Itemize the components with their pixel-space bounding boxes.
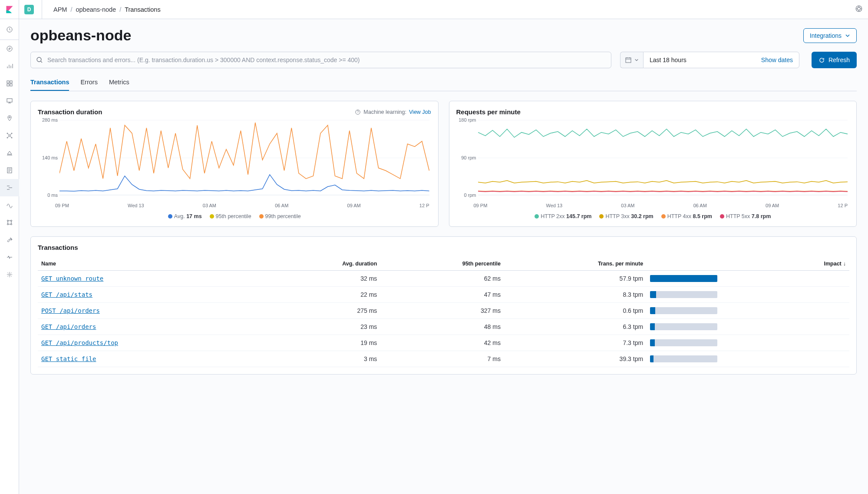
cell-avg: 19 ms	[267, 335, 380, 351]
table-row: GET /api/products/top19 ms42 ms7.3 tpm	[38, 335, 849, 351]
table-row: GET unknown route32 ms62 ms57.9 tpm	[38, 271, 849, 287]
tab-errors[interactable]: Errors	[80, 74, 97, 91]
cell-p95: 327 ms	[380, 303, 504, 319]
panel-title: Requests per minute	[456, 108, 521, 116]
nav-logs-icon[interactable]	[0, 162, 19, 179]
svg-point-18	[9, 274, 10, 275]
date-range[interactable]: Last 18 hours Show dates	[643, 52, 799, 68]
top-bar: D APM / opbeans-node / Transactions	[19, 0, 868, 19]
ml-label: Machine learning: View Job	[355, 109, 431, 115]
space-selector[interactable]: D	[24, 5, 34, 14]
cell-impact	[647, 319, 849, 335]
tab-transactions[interactable]: Transactions	[30, 74, 69, 91]
cell-p95: 48 ms	[380, 319, 504, 335]
cell-avg: 23 ms	[267, 319, 380, 335]
svg-point-11	[7, 137, 8, 138]
cell-tpm: 39.3 tpm	[504, 351, 647, 367]
svg-rect-6	[7, 99, 12, 102]
tabs: Transactions Errors Metrics	[30, 74, 857, 91]
col-impact[interactable]: Impact↓	[647, 257, 849, 271]
chevron-down-icon	[845, 33, 850, 38]
col-p95[interactable]: 95th percentile	[380, 257, 504, 271]
breadcrumb-separator: /	[119, 6, 121, 13]
cell-impact	[647, 351, 849, 367]
breadcrumb-current: Transactions	[125, 6, 160, 13]
table-title: Transactions	[38, 244, 849, 251]
help-icon[interactable]	[855, 5, 863, 14]
transaction-link[interactable]: GET unknown route	[41, 275, 103, 282]
nav-maps-icon[interactable]	[0, 109, 19, 127]
nav-infrastructure-icon[interactable]	[0, 144, 19, 162]
nav-dashboard-icon[interactable]	[0, 75, 19, 92]
nav-recent-icon[interactable]	[0, 19, 19, 40]
breadcrumb-service[interactable]: opbeans-node	[76, 6, 116, 13]
transaction-link[interactable]: GET static file	[41, 355, 96, 362]
nav-siem-icon[interactable]	[0, 214, 19, 231]
cell-p95: 7 ms	[380, 351, 504, 367]
duration-legend: Avg. 17 ms 95th percentile 99th percenti…	[38, 208, 431, 219]
nav-ml-icon[interactable]	[0, 127, 19, 144]
cell-p95: 42 ms	[380, 335, 504, 351]
nav-management-icon[interactable]	[0, 266, 19, 283]
nav-devtools-icon[interactable]	[0, 231, 19, 249]
cell-impact	[647, 287, 849, 303]
panel-requests-per-minute: Requests per minute 0 rpm90 rpm180 rpm 0…	[449, 101, 857, 227]
sort-desc-icon: ↓	[843, 261, 846, 267]
cell-impact	[647, 335, 849, 351]
col-avg-duration[interactable]: Avg. duration	[267, 257, 380, 271]
calendar-button[interactable]	[620, 52, 643, 68]
nav-monitoring-icon[interactable]	[0, 249, 19, 266]
cell-avg: 22 ms	[267, 287, 380, 303]
integrations-button[interactable]: Integrations	[803, 28, 857, 43]
global-side-nav	[0, 0, 19, 494]
cell-tpm: 7.3 tpm	[504, 335, 647, 351]
nav-discover-icon[interactable]	[0, 40, 19, 57]
nav-visualize-icon[interactable]	[0, 57, 19, 75]
refresh-icon	[818, 57, 825, 63]
table-row: GET /api/stats22 ms47 ms8.3 tpm	[38, 287, 849, 303]
transaction-link[interactable]: POST /api/orders	[41, 307, 100, 314]
svg-rect-3	[10, 81, 12, 83]
rpm-legend: HTTP 2xx 145.7 rpm HTTP 3xx 30.2 rpm HTT…	[456, 208, 850, 219]
table-row: GET static file3 ms7 ms39.3 tpm	[38, 351, 849, 367]
help-icon	[355, 109, 361, 115]
refresh-button[interactable]: Refresh	[812, 52, 857, 68]
cell-avg: 3 ms	[267, 351, 380, 367]
rpm-chart: 0 rpm90 rpm180 rpm	[456, 118, 850, 203]
transaction-link[interactable]: GET /api/orders	[41, 323, 96, 330]
cell-avg: 32 ms	[267, 271, 380, 287]
divider	[42, 0, 42, 19]
svg-point-9	[7, 133, 8, 134]
col-name[interactable]: Name	[38, 257, 267, 271]
breadcrumb: APM / opbeans-node / Transactions	[53, 6, 161, 13]
svg-rect-5	[10, 84, 12, 86]
cell-impact	[647, 271, 849, 287]
nav-canvas-icon[interactable]	[0, 92, 19, 109]
cell-p95: 47 ms	[380, 287, 504, 303]
cell-avg: 275 ms	[267, 303, 380, 319]
nav-uptime-icon[interactable]	[0, 196, 19, 214]
cell-tpm: 6.3 tpm	[504, 319, 647, 335]
nav-apm-icon[interactable]	[0, 179, 19, 196]
view-job-link[interactable]: View Job	[409, 109, 431, 115]
tab-metrics[interactable]: Metrics	[109, 74, 129, 91]
kibana-logo[interactable]	[0, 0, 19, 19]
svg-rect-4	[7, 84, 9, 86]
search-bar[interactable]	[30, 52, 611, 68]
show-dates-link[interactable]: Show dates	[761, 56, 793, 63]
transaction-link[interactable]: GET /api/products/top	[41, 339, 118, 346]
transaction-link[interactable]: GET /api/stats	[41, 291, 92, 298]
table-row: GET /api/orders23 ms48 ms6.3 tpm	[38, 319, 849, 335]
date-picker: Last 18 hours Show dates	[620, 52, 799, 68]
cell-tpm: 57.9 tpm	[504, 271, 647, 287]
cell-tpm: 8.3 tpm	[504, 287, 647, 303]
search-input[interactable]	[43, 56, 606, 63]
svg-point-10	[11, 133, 12, 134]
cell-p95: 62 ms	[380, 271, 504, 287]
chevron-down-icon	[634, 58, 639, 62]
svg-rect-2	[7, 81, 9, 83]
breadcrumb-apm[interactable]: APM	[53, 6, 67, 13]
cell-tpm: 0.6 tpm	[504, 303, 647, 319]
col-tpm[interactable]: Trans. per minute	[504, 257, 647, 271]
panel-title: Transaction duration	[38, 108, 102, 116]
